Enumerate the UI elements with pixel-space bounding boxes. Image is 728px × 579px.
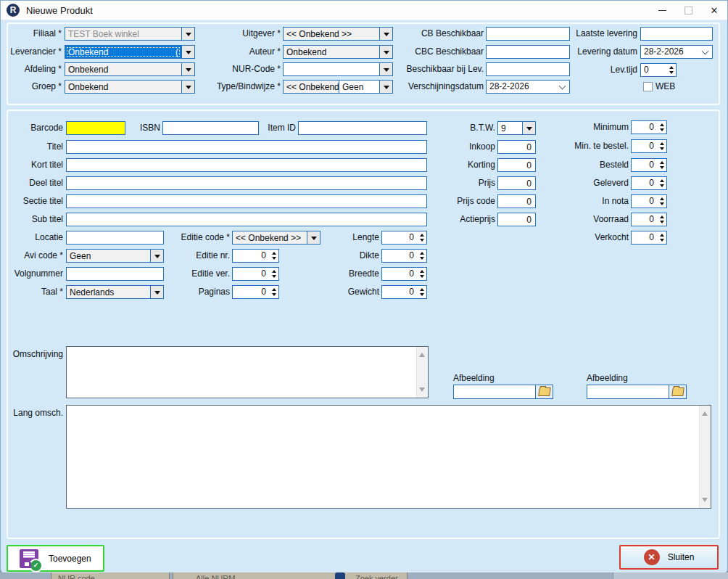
afbeelding2-field[interactable] <box>587 385 687 399</box>
gewicht-stepper[interactable]: 0 <box>381 285 427 299</box>
beschikbaar-bij-lev-input[interactable] <box>486 62 570 76</box>
isbn-input[interactable] <box>162 121 259 135</box>
locatie-input[interactable] <box>66 231 164 245</box>
type-bindwijze-combo[interactable]: << Onbekend >> <box>283 80 339 94</box>
browse-button[interactable] <box>669 385 686 398</box>
dikte-stepper[interactable]: 0 <box>381 249 427 263</box>
titel-input[interactable] <box>66 140 427 154</box>
spinner-arrows-icon[interactable] <box>417 268 426 280</box>
spinner-arrows-icon[interactable] <box>666 64 676 76</box>
sectie-titel-input[interactable] <box>66 194 427 208</box>
spinner-arrows-icon[interactable] <box>269 286 278 298</box>
web-checkbox[interactable] <box>643 82 653 91</box>
chevron-down-icon[interactable] <box>555 81 569 93</box>
chevron-down-icon[interactable] <box>379 81 392 93</box>
laatste-levering-input[interactable] <box>640 27 713 41</box>
minimum-value: 0 <box>632 121 657 134</box>
leverancier-value: Onbekend <box>68 47 108 57</box>
spinner-arrows-icon[interactable] <box>417 250 426 262</box>
omschrijving-textarea[interactable] <box>66 346 429 398</box>
spinner-arrows-icon[interactable] <box>657 195 666 208</box>
background-text-fragment: NUR code <box>58 573 95 579</box>
spinner-arrows-icon[interactable] <box>657 140 666 152</box>
inkoop-input[interactable] <box>497 140 536 154</box>
toevoegen-button[interactable]: ✓ Toevoegen <box>7 545 104 572</box>
korting-input[interactable] <box>497 158 536 172</box>
besteld-stepper[interactable]: 0 <box>631 158 667 172</box>
spinner-arrows-icon[interactable] <box>657 177 666 189</box>
sluiten-button[interactable]: ✕ Sluiten <box>619 545 719 570</box>
afbeelding1-input[interactable] <box>454 385 535 398</box>
spinner-arrows-icon[interactable] <box>269 268 278 280</box>
levering-datum-datepicker[interactable]: 28-2-2026 <box>640 45 713 59</box>
afbeelding2-input[interactable] <box>587 385 669 398</box>
deel-titel-input[interactable] <box>66 176 427 190</box>
editie-ver-stepper[interactable]: 0 <box>232 267 279 281</box>
barcode-input[interactable] <box>66 121 125 135</box>
voorraad-stepper[interactable]: 0 <box>631 213 667 226</box>
chevron-down-icon[interactable] <box>379 46 392 58</box>
filiaal-combo[interactable]: TEST Boek winkel <box>65 27 195 41</box>
scroll-up-icon[interactable] <box>702 408 708 416</box>
verkocht-value: 0 <box>632 231 657 244</box>
chevron-down-icon[interactable] <box>181 81 194 93</box>
nur-code-combo[interactable] <box>283 62 393 76</box>
uitgever-combo[interactable]: << Onbekend >> <box>283 27 393 41</box>
lev-tijd-stepper[interactable]: 0 <box>640 63 677 77</box>
minimize-button[interactable] <box>649 1 675 20</box>
groep-combo[interactable]: Onbekend <box>65 80 195 94</box>
scrollbar[interactable] <box>416 347 428 398</box>
spinner-arrows-icon[interactable] <box>657 121 666 134</box>
cbc-beschikbaar-input[interactable] <box>486 45 570 59</box>
volgnummer-input[interactable] <box>66 267 164 281</box>
min-te-bestel-stepper[interactable]: 0 <box>631 139 667 153</box>
kort-titel-input[interactable] <box>66 158 427 172</box>
browse-button[interactable] <box>535 385 553 398</box>
chevron-down-icon[interactable] <box>522 122 535 134</box>
lengte-stepper[interactable]: 0 <box>381 231 427 245</box>
scroll-down-icon[interactable] <box>702 498 708 505</box>
actieprijs-input[interactable] <box>497 213 536 226</box>
spinner-arrows-icon[interactable] <box>417 231 426 244</box>
breedte-stepper[interactable]: 0 <box>381 267 427 281</box>
scroll-down-icon[interactable] <box>419 387 425 395</box>
chevron-down-icon[interactable] <box>379 63 392 75</box>
bindwijze-combo[interactable]: Geen <box>339 80 393 94</box>
chevron-down-icon[interactable] <box>181 63 194 75</box>
chevron-down-icon[interactable] <box>181 46 194 58</box>
close-button[interactable]: ✕ <box>701 1 727 20</box>
btw-combo[interactable]: 9 <box>497 121 536 135</box>
spinner-arrows-icon[interactable] <box>417 286 426 298</box>
prijs-code-input[interactable] <box>497 194 536 208</box>
leverancier-combo[interactable]: Onbekend( <box>65 45 195 59</box>
paginas-stepper[interactable]: 0 <box>232 285 279 299</box>
item-id-label: Item ID <box>262 121 296 135</box>
afbeelding1-field[interactable] <box>453 385 553 399</box>
verschijningsdatum-datepicker[interactable]: 28-2-2026 <box>486 80 570 94</box>
sub-titel-input[interactable] <box>66 213 427 226</box>
verkocht-stepper[interactable]: 0 <box>631 231 667 245</box>
spinner-arrows-icon[interactable] <box>657 159 666 171</box>
scroll-up-icon[interactable] <box>419 350 425 357</box>
spinner-arrows-icon[interactable] <box>657 231 666 244</box>
editie-nr-stepper[interactable]: 0 <box>232 249 279 263</box>
chevron-down-icon[interactable] <box>379 28 392 40</box>
minimum-stepper[interactable]: 0 <box>631 120 667 134</box>
laatste-levering-label: Laatste levering <box>559 27 637 41</box>
cb-beschikbaar-input[interactable] <box>486 27 570 41</box>
spinner-arrows-icon[interactable] <box>657 213 666 226</box>
chevron-down-icon[interactable] <box>181 28 194 40</box>
scrollbar[interactable] <box>699 406 711 508</box>
geleverd-stepper[interactable]: 0 <box>631 176 667 190</box>
auteur-combo[interactable]: Onbekend <box>283 45 393 59</box>
avi-code-combo[interactable]: Geen <box>66 249 164 263</box>
chevron-down-icon[interactable] <box>698 46 712 58</box>
editie-code-combo[interactable]: << Onbekend >> <box>232 231 320 245</box>
prijs-input[interactable] <box>497 176 536 190</box>
taal-combo[interactable]: Nederlands <box>66 285 164 299</box>
item-id-input[interactable] <box>298 121 427 135</box>
afdeling-combo[interactable]: Onbekend <box>65 62 195 76</box>
in-nota-stepper[interactable]: 0 <box>631 194 667 208</box>
lang-omsch-textarea[interactable] <box>66 405 711 509</box>
spinner-arrows-icon[interactable] <box>269 250 278 262</box>
